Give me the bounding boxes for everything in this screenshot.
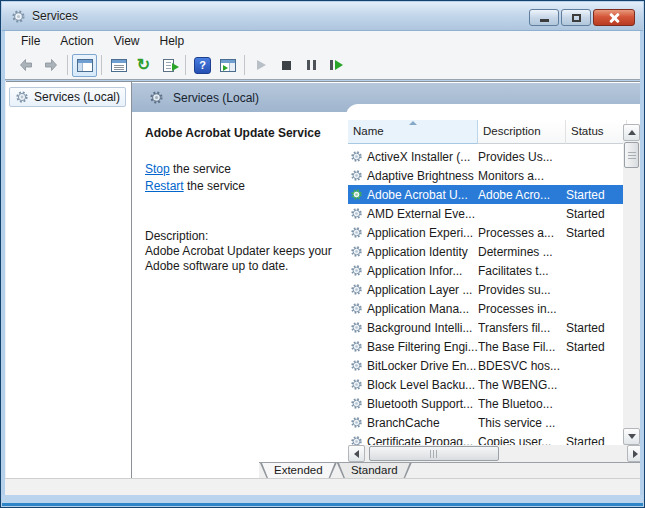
- stop-service-link[interactable]: Stop: [145, 162, 170, 176]
- minimize-icon: [540, 19, 549, 22]
- back-button[interactable]: [13, 54, 38, 77]
- tab-extended[interactable]: Extended: [260, 463, 337, 478]
- column-header-description[interactable]: Description: [478, 120, 566, 144]
- scroll-right-button[interactable]: [627, 445, 640, 462]
- table-row[interactable]: Application Experi... Processes a... Sta…: [348, 223, 627, 242]
- list-header: Name Description Status: [348, 120, 627, 144]
- service-description: Monitors a...: [478, 169, 566, 183]
- scroll-left-button[interactable]: [348, 445, 365, 462]
- selected-service-title: Adobe Acrobat Update Service: [145, 126, 347, 140]
- menu-item-help[interactable]: Help: [150, 32, 195, 50]
- start-service-button[interactable]: [249, 54, 274, 77]
- window-title: Services: [32, 9, 78, 23]
- service-description: Provides Us...: [478, 150, 566, 164]
- export-list-icon: [163, 59, 174, 72]
- status-bar: [5, 478, 640, 496]
- gear-icon: [149, 90, 164, 105]
- export-list-button[interactable]: [156, 54, 181, 77]
- horizontal-scroll-thumb[interactable]: [369, 446, 499, 461]
- service-gear-icon: [350, 435, 363, 445]
- menu-item-file[interactable]: File: [11, 32, 50, 50]
- refresh-button[interactable]: ↻: [131, 54, 156, 77]
- service-description: Determines ...: [478, 245, 566, 259]
- forward-button[interactable]: [38, 54, 63, 77]
- back-arrow-icon: [18, 57, 34, 73]
- table-row[interactable]: Application Layer ... Provides su...: [348, 280, 627, 299]
- table-row[interactable]: Bluetooth Support... The Bluetoo...: [348, 394, 627, 413]
- table-row[interactable]: Application Mana... Processes in...: [348, 299, 627, 318]
- title-bar[interactable]: Services: [2, 2, 643, 31]
- app-gear-icon: [11, 9, 26, 24]
- table-row[interactable]: BranchCache This service ...: [348, 413, 627, 432]
- service-gear-icon: [350, 283, 363, 296]
- arrow-down-icon: [628, 434, 636, 439]
- service-description: The Base Fil...: [478, 340, 566, 354]
- action-pane-icon: [220, 59, 236, 72]
- service-detail-pane: Adobe Acrobat Update Service Stop the se…: [145, 126, 347, 274]
- menu-item-view[interactable]: View: [104, 32, 150, 50]
- table-row[interactable]: Base Filtering Engi... The Base Fil... S…: [348, 337, 627, 356]
- show-console-tree-button[interactable]: [72, 54, 97, 77]
- service-gear-icon: [350, 264, 363, 277]
- table-row[interactable]: AMD External Eve... Started: [348, 204, 627, 223]
- service-name: AMD External Eve...: [367, 207, 475, 221]
- table-row[interactable]: Application Identity Determines ...: [348, 242, 627, 261]
- service-name: Application Experi...: [367, 226, 473, 240]
- service-gear-icon: [350, 416, 363, 429]
- service-status: Started: [566, 435, 627, 446]
- toolbar-separator: [101, 55, 102, 75]
- service-description: Processes in...: [478, 302, 566, 316]
- show-action-pane-button[interactable]: [215, 54, 240, 77]
- console-tree-pane: Services (Local): [6, 81, 132, 478]
- column-header-status[interactable]: Status: [566, 120, 627, 144]
- tree-item-label: Services (Local): [34, 90, 120, 104]
- table-row[interactable]: ActiveX Installer (... Provides Us...: [348, 147, 627, 166]
- service-description: Transfers fil...: [478, 321, 566, 335]
- sidebar-item-services-local[interactable]: Services (Local): [9, 87, 126, 107]
- maximize-button[interactable]: [561, 9, 591, 26]
- table-row[interactable]: Application Infor... Facilitates t...: [348, 261, 627, 280]
- table-row[interactable]: Adobe Acrobat U... Adobe Acro... Started: [348, 185, 627, 204]
- main-content: Services (Local) Services (Local) Adobe …: [5, 81, 640, 478]
- extended-view-title: Services (Local): [173, 91, 259, 105]
- table-row[interactable]: Block Level Backu... The WBENG...: [348, 375, 627, 394]
- stop-service-button[interactable]: [274, 54, 299, 77]
- stop-service-icon: [282, 61, 291, 70]
- table-row[interactable]: Adaptive Brightness Monitors a...: [348, 166, 627, 185]
- help-icon: ?: [194, 57, 211, 74]
- vertical-scroll-thumb[interactable]: [624, 142, 639, 168]
- view-tabs: Extended Standard: [259, 462, 640, 478]
- restart-service-link[interactable]: Restart: [145, 179, 184, 193]
- column-header-name[interactable]: Name: [348, 120, 478, 144]
- properties-button[interactable]: [106, 54, 131, 77]
- window-frame-border: [2, 495, 643, 503]
- scroll-down-button[interactable]: [623, 428, 640, 445]
- table-row[interactable]: BitLocker Drive En... BDESVC hos...: [348, 356, 627, 375]
- minimize-button[interactable]: [529, 9, 559, 26]
- service-status: Started: [566, 321, 627, 335]
- services-window: Services File Action View Help ↻: [0, 0, 645, 508]
- table-row[interactable]: Certificate Propag... Copies user... Sta…: [348, 432, 627, 445]
- service-name: ActiveX Installer (...: [367, 150, 470, 164]
- service-description: Adobe Acro...: [478, 188, 566, 202]
- menu-item-action[interactable]: Action: [50, 32, 103, 50]
- table-row[interactable]: Background Intelli... Transfers fil... S…: [348, 318, 627, 337]
- vertical-scrollbar[interactable]: [623, 124, 640, 445]
- service-name: Certificate Propag...: [367, 435, 473, 446]
- services-list-panel: Name Description Status ActiveX Installe…: [346, 104, 640, 462]
- horizontal-scrollbar[interactable]: [348, 445, 640, 462]
- service-name: Application Identity: [367, 245, 468, 259]
- close-button[interactable]: [593, 9, 635, 26]
- scroll-up-button[interactable]: [623, 124, 640, 141]
- maximize-icon: [572, 14, 581, 22]
- service-name: BitLocker Drive En...: [367, 359, 476, 373]
- help-button[interactable]: ?: [190, 54, 215, 77]
- gear-icon: [15, 90, 29, 104]
- refresh-icon: ↻: [137, 57, 150, 73]
- pause-service-button[interactable]: [299, 54, 324, 77]
- service-name: BranchCache: [367, 416, 440, 430]
- toolbar-separator: [244, 55, 245, 75]
- tab-standard[interactable]: Standard: [337, 463, 412, 478]
- pause-service-icon: [307, 60, 316, 70]
- restart-service-button[interactable]: [324, 54, 349, 77]
